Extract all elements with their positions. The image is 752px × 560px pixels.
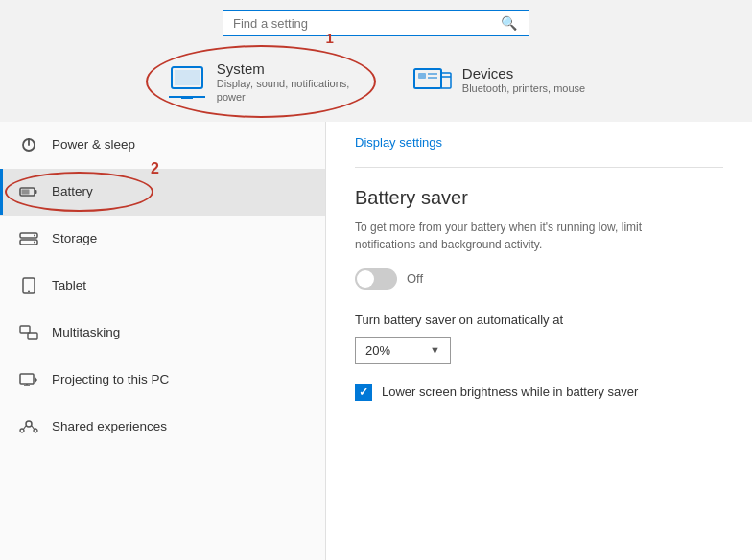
battery-saver-title: Battery saver (355, 187, 723, 209)
svg-rect-7 (428, 77, 437, 79)
sidebar-label-shared: Shared experiences (52, 419, 167, 433)
toggle-label: Off (407, 271, 423, 286)
category-system[interactable]: System Display, sound, notifications, po… (155, 53, 363, 112)
shared-icon (19, 417, 38, 436)
sidebar-item-power-sleep[interactable]: Power & sleep (0, 122, 325, 169)
battery-icon (19, 182, 38, 201)
toggle-knob (357, 270, 374, 288)
search-input[interactable] (233, 16, 499, 31)
svg-rect-13 (35, 190, 37, 194)
projecting-icon (19, 370, 38, 389)
laptop-icon (167, 62, 207, 103)
storage-icon (19, 229, 38, 248)
power-icon (19, 135, 38, 154)
sidebar-item-multitasking[interactable]: Multitasking (0, 310, 325, 357)
battery-threshold-dropdown[interactable]: 20% ▼ (355, 337, 451, 364)
sidebar-label-multitasking: Multitasking (52, 325, 120, 339)
system-name: System (217, 60, 351, 77)
sidebar-label-power-sleep: Power & sleep (52, 137, 135, 152)
devices-name: Devices (462, 65, 585, 82)
svg-point-18 (34, 241, 35, 243)
devices-desc: Bluetooth, printers, mouse (462, 82, 585, 95)
svg-rect-3 (175, 70, 200, 85)
sidebar-item-storage[interactable]: Storage (0, 216, 325, 263)
checkmark-icon: ✓ (359, 385, 368, 399)
svg-rect-2 (181, 97, 193, 99)
search-button[interactable]: 🔍 (499, 15, 519, 31)
display-settings-link[interactable]: Display settings (355, 122, 723, 168)
sidebar-label-projecting: Projecting to this PC (52, 372, 169, 386)
svg-point-20 (28, 290, 30, 292)
battery-saver-description: To get more from your battery when it's … (355, 219, 662, 253)
svg-marker-26 (35, 376, 37, 384)
categories-row: System Display, sound, notifications, po… (19, 48, 733, 122)
system-category-text: System Display, sound, notifications, po… (217, 60, 351, 105)
svg-line-31 (32, 426, 35, 430)
sidebar-label-tablet: Tablet (52, 278, 86, 292)
brightness-checkbox[interactable]: ✓ (355, 384, 372, 401)
tablet-icon (19, 276, 38, 295)
sidebar-label-storage: Storage (52, 231, 97, 245)
svg-line-30 (23, 426, 26, 430)
sidebar-item-projecting[interactable]: Projecting to this PC (0, 357, 325, 404)
search-bar: 🔍 (223, 10, 529, 36)
devices-category-text: Devices Bluetooth, printers, mouse (462, 65, 585, 95)
svg-rect-8 (441, 73, 451, 88)
category-devices[interactable]: Devices Bluetooth, printers, mouse (401, 53, 597, 108)
content-area: Display settings Battery saver To get mo… (326, 122, 752, 560)
svg-rect-5 (418, 73, 426, 79)
sidebar-item-tablet[interactable]: Tablet (0, 263, 325, 310)
page-container: 🔍 System Display (0, 0, 752, 560)
svg-rect-21 (20, 326, 30, 333)
multitasking-icon (19, 323, 38, 342)
battery-saver-toggle[interactable] (355, 268, 397, 290)
svg-point-17 (34, 234, 35, 236)
toggle-row: Off (355, 268, 723, 290)
dropdown-value: 20% (365, 343, 390, 358)
svg-rect-6 (428, 73, 437, 75)
top-section: 🔍 System Display (0, 0, 752, 122)
sidebar-label-battery: Battery (52, 184, 93, 198)
svg-point-27 (26, 421, 32, 427)
main-area: Power & sleep Battery 2 (0, 122, 752, 560)
sidebar-item-battery[interactable]: Battery 2 (0, 169, 325, 216)
sidebar: Power & sleep Battery 2 (0, 122, 326, 560)
svg-rect-22 (28, 333, 37, 339)
checkbox-label: Lower screen brightness while in battery… (382, 385, 638, 399)
chevron-down-icon: ▼ (430, 344, 440, 356)
checkbox-row: ✓ Lower screen brightness while in batte… (355, 384, 723, 401)
sidebar-item-shared[interactable]: Shared experiences (0, 404, 325, 451)
auto-section-title: Turn battery saver on automatically at (355, 313, 723, 327)
system-desc: Display, sound, notifications, power (217, 77, 351, 105)
svg-rect-14 (22, 189, 30, 194)
devices-icon (412, 60, 453, 101)
svg-rect-23 (20, 374, 34, 384)
